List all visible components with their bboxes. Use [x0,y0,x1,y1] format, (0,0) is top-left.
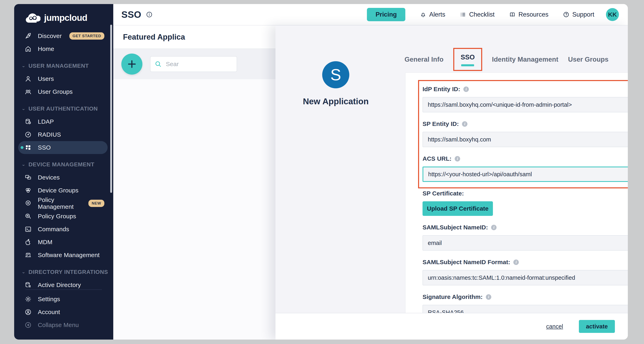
sp-certificate-group: SP Certificate: Upload SP Certificate [422,190,628,216]
support-button[interactable]: Support [563,11,594,18]
application-search [150,56,237,72]
resources-button[interactable]: Resources [509,11,548,18]
featured-applications-title: Featured Applica [123,33,185,41]
modal-footer: cancel activate [276,313,628,340]
bell-icon [420,11,426,18]
ldap-icon [24,118,32,125]
sidebar-item-mdm[interactable]: MDM [18,236,108,249]
sidebar-item-account[interactable]: Account [18,306,108,319]
tab-user-groups[interactable]: User Groups [568,55,608,63]
sidebar-section-user-authentication[interactable]: ⌄USER AUTHENTICATION [14,102,113,115]
saml-subject-nameid-format-label: SAMLSubject NameID Format: [422,259,510,266]
sidebar-footer: SettingsAccountCollapse Menu [14,290,113,332]
sidebar-item-ldap[interactable]: LDAP [18,115,108,128]
checklist-button[interactable]: Checklist [460,11,494,18]
sidebar-item-label: Device Groups [38,187,78,194]
badge-get-started: GET STARTED [70,32,104,40]
chevron-down-icon: ⌄ [22,270,26,274]
idp-entity-id-input[interactable] [422,97,628,112]
tab-sso[interactable]: SSO [461,53,475,61]
acs-url-input[interactable] [422,167,628,182]
upload-sp-certificate-button[interactable]: Upload SP Certificate [422,201,493,216]
brand-wordmark: jumpcloud [44,13,87,23]
sidebar-item-user-groups[interactable]: User Groups [18,85,108,98]
tab-identity-management[interactable]: Identity Management [492,55,558,63]
sidebar-item-label: Users [38,75,54,82]
brand-logo[interactable]: jumpcloud [26,11,113,24]
software-icon [24,251,32,259]
plus-icon [126,59,137,69]
idp-entity-id-group: IdP Entity ID: i [422,86,628,112]
sso-config-card: IdP Entity ID: i SP Entity ID: i ACS URL… [405,72,628,340]
home-icon [24,45,32,53]
sidebar-item-home[interactable]: Home [18,42,108,55]
sidebar-scrollbar[interactable] [110,25,112,193]
policy-icon [24,200,32,207]
sidebar-item-policy-management[interactable]: Policy ManagementNEW [18,197,108,210]
info-icon[interactable]: i [491,225,496,230]
active-item-dot [21,146,24,149]
mdm-icon [24,238,32,246]
acs-url-group: ACS URL: i [422,155,628,182]
sidebar: jumpcloud DiscoverGET STARTEDHome⌄USER M… [14,4,113,340]
application-name: New Application [295,97,376,106]
commands-icon [24,225,32,233]
badge-new: NEW [88,200,104,207]
sidebar-item-radius[interactable]: RADIUS [18,128,108,141]
sidebar-item-label: Account [38,309,60,316]
sidebar-item-software-management[interactable]: Software Management [18,249,108,262]
cancel-link[interactable]: cancel [546,323,563,330]
saml-subject-nameid-format-group: SAMLSubject NameID Format: i urn:oasis:n… [422,259,628,285]
sidebar-item-label: Commands [38,226,69,233]
gear-icon [24,295,32,303]
sidebar-item-devices[interactable]: Devices [18,171,108,184]
sidebar-item-commands[interactable]: Commands [18,223,108,236]
info-icon[interactable]: i [513,260,519,265]
sp-entity-id-label: SP Entity ID: [422,120,459,127]
sidebar-item-label: RADIUS [38,131,61,138]
user-avatar[interactable]: KK [606,8,619,21]
pricing-button[interactable]: Pricing [367,8,405,21]
sso-tab-annotation-box: SSO [453,48,482,71]
sidebar-item-collapse-menu[interactable]: Collapse Menu [18,319,108,332]
sidebar-divider [26,290,102,290]
search-input[interactable] [166,60,226,68]
info-icon[interactable]: i [462,121,468,127]
book-icon [509,11,516,18]
sidebar-nav: DiscoverGET STARTEDHome⌄USER MANAGEMENTU… [14,29,113,292]
info-icon[interactable]: i [464,86,469,92]
saml-subject-nameid-format-select[interactable]: urn:oasis:names:tc:SAML:1.0:nameid-forma… [422,270,628,285]
sp-entity-id-group: SP Entity ID: i [422,120,628,147]
sidebar-item-label: MDM [38,239,52,246]
saml-subject-nameid-select[interactable]: email [422,235,628,251]
sidebar-item-device-groups[interactable]: Device Groups [18,184,108,197]
sp-certificate-label: SP Certificate: [422,190,464,197]
sidebar-section-directory-integrations[interactable]: ⌄DIRECTORY INTEGRATIONS [14,266,113,279]
alerts-button[interactable]: Alerts [420,11,445,18]
sidebar-item-policy-groups[interactable]: Policy Groups [18,210,108,223]
sidebar-item-users[interactable]: Users [18,72,108,85]
saml-subject-nameid-label: SAMLSubject NameID: [422,224,488,231]
saml-subject-nameid-group: SAMLSubject NameID: i email [422,224,628,251]
new-application-modal: S New Application General Info SSO Ident… [276,25,628,340]
sidebar-section-user-management[interactable]: ⌄USER MANAGEMENT [14,59,113,72]
idp-entity-id-label: IdP Entity ID: [422,86,460,93]
sidebar-section-device-management[interactable]: ⌄DEVICE MANAGEMENT [14,158,113,171]
info-icon[interactable]: i [455,156,460,161]
radius-icon [24,131,32,138]
collapse-icon [24,321,32,329]
info-icon[interactable]: i [486,294,491,300]
sidebar-item-settings[interactable]: Settings [18,293,108,306]
sidebar-item-label: Settings [38,296,60,303]
tab-general-info[interactable]: General Info [404,55,444,63]
modal-tabs: General Info SSO Identity Management Use… [404,53,608,65]
activate-button[interactable]: activate [579,320,615,333]
add-application-button[interactable] [121,53,142,75]
checklist-icon [460,11,466,18]
sidebar-item-label: Policy Management [38,196,88,210]
device-groups-icon [24,187,32,194]
page-title-info-icon[interactable] [146,11,153,18]
sidebar-item-sso[interactable]: SSO [18,141,108,154]
sp-entity-id-input[interactable] [422,132,628,147]
sidebar-item-discover[interactable]: DiscoverGET STARTED [18,29,108,42]
